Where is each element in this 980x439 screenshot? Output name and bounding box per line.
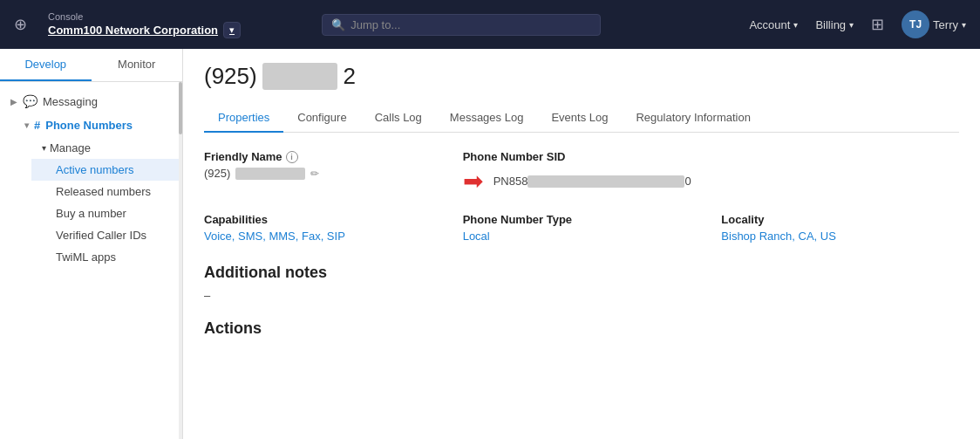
app-logo: Console Comm100 Network Corporation ▾ — [48, 11, 241, 38]
phone-numbers-icon: # — [34, 119, 40, 132]
manage-arrow: ▾ — [42, 143, 46, 153]
sidebar-item-released-numbers[interactable]: Released numbers — [31, 181, 182, 202]
tab-develop[interactable]: Develop — [0, 49, 92, 81]
top-nav: ⊕ Console Comm100 Network Corporation ▾ … — [0, 0, 980, 49]
tab-messages-log[interactable]: Messages Log — [436, 104, 538, 133]
phone-title: (925) 2 — [204, 63, 959, 90]
search-icon: 🔍 — [331, 18, 345, 31]
company-dropdown[interactable]: ▾ — [223, 22, 241, 38]
account-menu[interactable]: Account ▾ — [749, 18, 798, 31]
properties-grid: Friendly Name i (925) ✏ Phone Number SID… — [204, 150, 959, 243]
page-tabs: Properties Configure Calls Log Messages … — [204, 104, 959, 133]
phone-blurred — [262, 63, 338, 90]
locality-section: Locality Bishop Ranch, CA, US — [721, 213, 959, 243]
sidebar-item-messaging[interactable]: ▶ 💬 Messaging — [0, 89, 182, 113]
tab-events-log[interactable]: Events Log — [537, 104, 622, 133]
company-name: Comm100 Network Corporation ▾ — [48, 22, 241, 38]
search-input[interactable] — [350, 18, 591, 31]
phone-number-type-label: Phone Number Type — [463, 213, 701, 226]
sidebar-item-active-numbers[interactable]: Active numbers — [31, 159, 182, 181]
sidebar-item-verified-caller-ids[interactable]: Verified Caller IDs — [31, 224, 182, 246]
sidebar-item-buy-number[interactable]: Buy a number — [31, 202, 182, 224]
friendly-name-label: Friendly Name i — [204, 150, 442, 163]
friendly-name-blurred — [235, 168, 305, 180]
sidebar-nav: ▶ 💬 Messaging ▾ # Phone Numbers ▾ Ma — [0, 82, 182, 275]
sidebar-item-phone-numbers[interactable]: ▾ # Phone Numbers — [14, 113, 182, 137]
actions-title: Actions — [204, 319, 959, 338]
friendly-name-value: (925) ✏ — [204, 167, 442, 180]
user-menu[interactable]: TJ Terry ▾ — [902, 10, 966, 38]
main-layout: Develop Monitor ▶ 💬 Messaging ▾ # Pho — [0, 49, 980, 439]
sidebar-item-twiml-apps[interactable]: TwiML apps — [31, 246, 182, 268]
messaging-group: ▶ 💬 Messaging — [0, 89, 182, 113]
sidebar-scroll: ▶ 💬 Messaging ▾ # Phone Numbers ▾ Ma — [0, 82, 182, 439]
phone-number-sid-section: Phone Number SID ➡ PN858 0 — [463, 150, 959, 195]
content-area: (925) 2 Properties Configure Calls Log M… — [183, 49, 980, 439]
phone-numbers-arrow: ▾ — [24, 120, 29, 130]
tab-properties[interactable]: Properties — [204, 104, 283, 133]
search-bar: 🔍 — [322, 14, 601, 36]
sid-row: ➡ PN858 0 — [463, 167, 959, 195]
tab-monitor[interactable]: Monitor — [92, 49, 183, 81]
nav-right: Account ▾ Billing ▾ ⊞ TJ Terry ▾ — [749, 10, 966, 38]
billing-menu[interactable]: Billing ▾ — [815, 18, 854, 31]
phone-number-type-value: Local — [463, 230, 701, 243]
additional-notes-value: – — [204, 289, 959, 302]
capabilities-value: Voice, SMS, MMS, Fax, SIP — [204, 230, 442, 243]
tab-regulatory-information[interactable]: Regulatory Information — [622, 104, 765, 133]
sidebar-item-manage[interactable]: ▾ Manage — [31, 137, 182, 159]
messaging-arrow: ▶ — [10, 97, 17, 106]
billing-chevron: ▾ — [849, 20, 854, 30]
manage-sub: ▾ Manage Active numbers Released numbers… — [14, 137, 182, 268]
phone-number-sid-label: Phone Number SID — [463, 150, 959, 163]
locality-label: Locality — [721, 213, 959, 226]
arrow-indicator: ➡ — [463, 167, 483, 195]
messaging-icon: 💬 — [23, 94, 37, 108]
additional-notes-title: Additional notes — [204, 264, 959, 282]
tab-calls-log[interactable]: Calls Log — [361, 104, 436, 133]
phone-number-sid-value: PN858 0 — [493, 175, 691, 188]
user-chevron: ▾ — [962, 20, 966, 30]
friendly-name-section: Friendly Name i (925) ✏ — [204, 150, 442, 195]
capabilities-section: Capabilities Voice, SMS, MMS, Fax, SIP — [204, 213, 442, 243]
phone-numbers-section: ▾ # Phone Numbers ▾ Manage Active number… — [0, 113, 182, 268]
sidebar-tabs: Develop Monitor — [0, 49, 182, 82]
edit-friendly-name-icon[interactable]: ✏ — [310, 168, 319, 180]
sid-blurred — [527, 175, 684, 188]
account-chevron: ▾ — [793, 20, 798, 30]
capabilities-label: Capabilities — [204, 213, 442, 226]
globe-icon: ⊕ — [14, 15, 27, 34]
tab-configure[interactable]: Configure — [283, 104, 360, 133]
friendly-name-info-icon[interactable]: i — [286, 151, 298, 163]
locality-value: Bishop Ranch, CA, US — [721, 230, 959, 243]
avatar: TJ — [902, 10, 929, 38]
grid-icon[interactable]: ⊞ — [871, 15, 884, 34]
sidebar: Develop Monitor ▶ 💬 Messaging ▾ # Pho — [0, 49, 183, 439]
console-label: Console — [48, 11, 241, 22]
phone-number-type-section: Phone Number Type Local — [463, 213, 701, 243]
